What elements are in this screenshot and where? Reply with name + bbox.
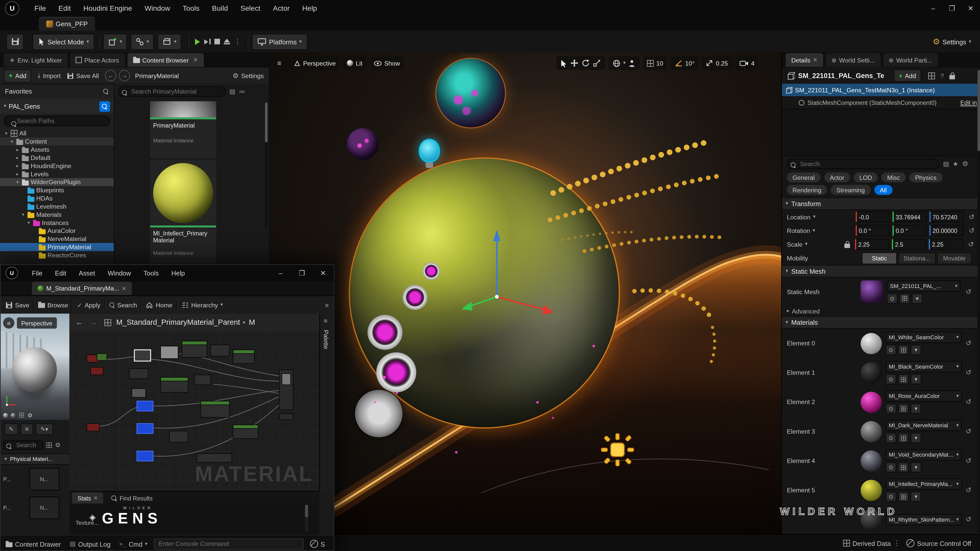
material-thumbnail[interactable] (861, 362, 882, 383)
skip-button[interactable] (204, 38, 211, 44)
use-selected-icon[interactable]: ⊙ (886, 462, 896, 472)
reset-icon[interactable]: ↺ (966, 398, 972, 406)
preview-perspective-pill[interactable]: Perspective (17, 318, 57, 329)
tree-item-reactorcores[interactable]: ReactorCores (0, 251, 114, 259)
browse-to-icon[interactable] (898, 492, 909, 502)
browse-to-icon[interactable] (898, 345, 909, 355)
overflow-chevron-icon[interactable]: » (325, 301, 329, 308)
section-transform[interactable]: ▾Transform (782, 197, 980, 210)
menu-build[interactable]: Build (206, 0, 234, 16)
filter-streaming[interactable]: Streaming (831, 185, 870, 195)
grid-snap-control[interactable]: 10 (643, 56, 667, 70)
location-y-field[interactable]: 33.76944 (892, 211, 927, 222)
browse-to-icon[interactable] (898, 462, 909, 472)
me-menu-tools[interactable]: Tools (137, 265, 165, 281)
content-drawer-button[interactable]: Content Drawer (6, 540, 61, 548)
save-button[interactable] (6, 33, 24, 50)
output-log-button[interactable]: ▤ Output Log (70, 540, 110, 548)
tree-item-levels[interactable]: ▸Levels (0, 170, 114, 178)
scale-label[interactable]: Scale▾ (787, 241, 842, 248)
panel-list-icon[interactable]: ≡ (324, 318, 328, 324)
me-titlebar[interactable]: U File Edit Asset Window Tools Help – ❐ … (0, 265, 334, 281)
tree-item-auracolor[interactable]: AuraColor (0, 227, 114, 235)
location-label[interactable]: Location▾ (787, 213, 853, 220)
browse-to-icon[interactable] (898, 403, 909, 413)
cb-favorites-header[interactable]: Favorites (0, 84, 114, 99)
tab-world-partition[interactable]: ⊕ World Parti... (883, 53, 938, 67)
me-tab[interactable]: M_Standard_PrimaryMa... ✕ (32, 282, 132, 295)
derived-data-button[interactable]: Derived Data ⋮ (843, 539, 900, 547)
lock-icon[interactable] (950, 75, 955, 79)
rotation-y-field[interactable]: 0.0 ° (892, 225, 927, 236)
tree-item-wildergensplugin[interactable]: ▾WilderGensPlugin (0, 178, 114, 186)
material-thumbnail[interactable] (861, 391, 882, 413)
material-combo[interactable]: MI_Intellect_PrimaryMa...▾ (886, 478, 962, 490)
more-options-icon[interactable]: ▾ (911, 492, 921, 502)
browse-to-icon[interactable] (898, 433, 909, 443)
settings-dropdown[interactable]: ⚙ Settings ▾ (933, 37, 971, 46)
tree-item-instances[interactable]: ▾Instances (0, 219, 114, 227)
favorites-star-icon[interactable]: ★ (953, 160, 958, 167)
mobility-stationary-button[interactable]: Stationa... (898, 252, 935, 264)
tree-item-all[interactable]: ▾All (0, 129, 114, 138)
cb-back-button[interactable]: ← (105, 70, 116, 81)
tab-find-results[interactable]: Find Results (106, 492, 158, 504)
use-selected-icon[interactable]: ⊙ (886, 492, 896, 502)
browse-to-icon[interactable] (899, 293, 910, 303)
advanced-row[interactable]: ▸Advanced (782, 306, 980, 316)
cmd-dropdown[interactable]: >_ Cmd ▾ (119, 540, 148, 548)
maximize-icon[interactable]: ❐ (942, 0, 961, 16)
reset-icon[interactable]: ↺ (966, 339, 972, 348)
close-tab-icon[interactable]: ✕ (122, 285, 126, 291)
menu-houdini-engine[interactable]: Houdini Engine (77, 0, 138, 16)
tab-place-actors[interactable]: Place Actors (70, 53, 125, 67)
reset-icon[interactable]: ↺ (966, 486, 972, 494)
reset-icon[interactable]: ↺ (966, 288, 972, 296)
close-tab-icon[interactable]: ✕ (94, 495, 98, 501)
menu-actor[interactable]: Actor (267, 0, 296, 16)
menu-help[interactable]: Help (296, 0, 323, 16)
console-command-input[interactable] (154, 538, 304, 549)
me-menu-edit[interactable]: Edit (49, 265, 73, 281)
material-thumbnail[interactable] (861, 421, 882, 442)
search-paths-input[interactable] (4, 116, 110, 126)
scale-tool-icon[interactable] (593, 59, 601, 67)
me-menu-asset[interactable]: Asset (73, 265, 101, 281)
tree-item-houdiniengine[interactable]: ▸HoudiniEngine (0, 162, 114, 170)
display-filter-icon[interactable]: ▤ (943, 160, 949, 167)
me-hierarchy-dropdown[interactable]: Hierarchy▾ (181, 302, 223, 308)
reset-icon[interactable]: ↺ (966, 515, 972, 524)
tree-item-default[interactable]: ▸Default (0, 154, 114, 162)
stop-button[interactable] (215, 39, 220, 44)
rotation-x-field[interactable]: 0.0 ° (856, 225, 890, 236)
cb-collection-header[interactable]: ▾PAL_Gens (0, 99, 114, 114)
rotation-snap-control[interactable]: 10° (671, 56, 698, 70)
collection-search-button[interactable] (99, 101, 110, 112)
tree-item-primarymaterial[interactable]: PrimaryMaterial (0, 243, 114, 251)
me-breadcrumb-next[interactable]: M (249, 318, 255, 327)
close-tab-icon[interactable]: ✕ (813, 57, 818, 63)
rotation-label[interactable]: Rotation▾ (787, 227, 853, 234)
material-combo[interactable]: MI_White_SeamColor▾ (886, 332, 962, 343)
menu-tools[interactable]: Tools (177, 0, 206, 16)
use-selected-icon[interactable]: ⊙ (886, 433, 896, 443)
settings-gear-icon[interactable]: ⚙ (962, 160, 968, 168)
move-tool-icon[interactable] (570, 59, 579, 67)
me-home-button[interactable]: Home (146, 301, 172, 308)
close-icon[interactable]: ✕ (312, 265, 334, 281)
material-combo[interactable]: MI_Void_SecondaryMat...▾ (886, 449, 962, 460)
mobility-movable-button[interactable]: Movable (937, 252, 972, 264)
reset-icon[interactable]: ↺ (966, 427, 972, 435)
back-icon[interactable]: ← (76, 318, 83, 327)
asset-card-mi-intellect[interactable]: MI_Intellect_Primary Material Material I… (150, 160, 216, 264)
tab-stats[interactable]: Stats ✕ (72, 492, 103, 504)
more-options-icon[interactable]: ▾ (911, 374, 921, 384)
eject-button[interactable] (224, 39, 230, 44)
prop-value-box[interactable]: N... (29, 497, 59, 519)
me-apply-button[interactable]: ✓Apply (77, 302, 100, 308)
more-options-icon[interactable]: ▾ (911, 403, 921, 413)
gear-icon[interactable]: ⚙ (55, 441, 61, 448)
tab-content-browser[interactable]: Content Browser ✕ (127, 53, 204, 67)
use-selected-icon[interactable]: ⊙ (886, 403, 896, 413)
add-component-button[interactable]: + Add (894, 69, 921, 82)
